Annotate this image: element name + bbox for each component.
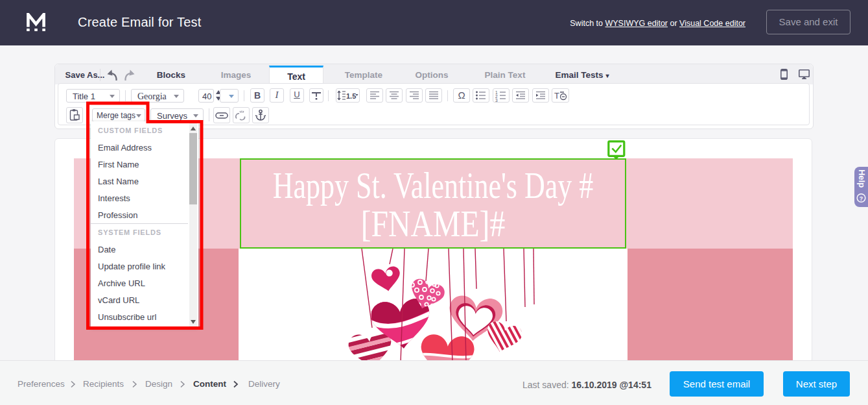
svg-text:Help: Help (857, 169, 867, 188)
svg-text:1.5: 1.5 (346, 92, 356, 100)
svg-text:T: T (554, 91, 559, 101)
svg-text:?: ? (860, 195, 863, 202)
svg-text:3: 3 (495, 98, 498, 102)
